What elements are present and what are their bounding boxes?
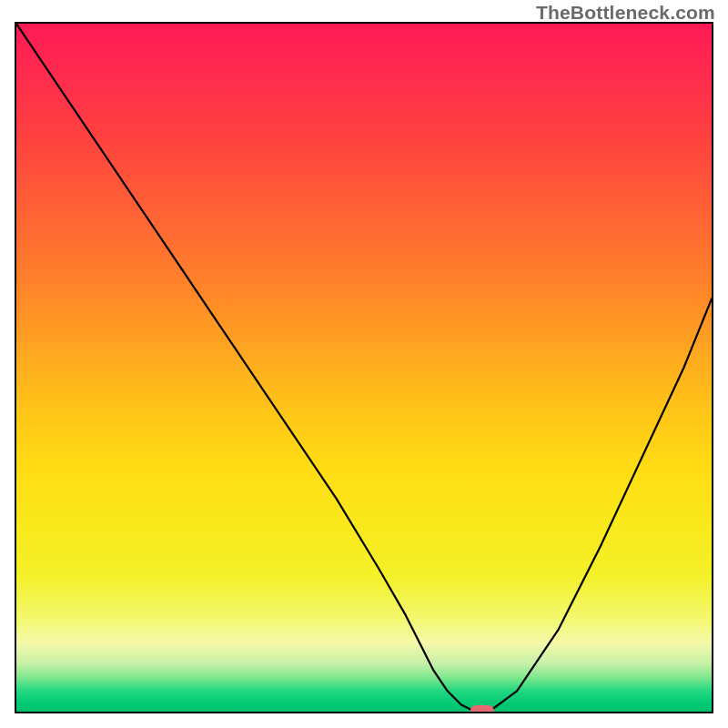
- bottleneck-curve-path: [16, 24, 712, 712]
- chart-svg: [16, 24, 712, 712]
- optimal-marker: [470, 705, 494, 712]
- watermark-label: TheBottleneck.com: [536, 2, 715, 24]
- chart-container: TheBottleneck.com: [0, 0, 728, 728]
- plot-area: [15, 22, 713, 713]
